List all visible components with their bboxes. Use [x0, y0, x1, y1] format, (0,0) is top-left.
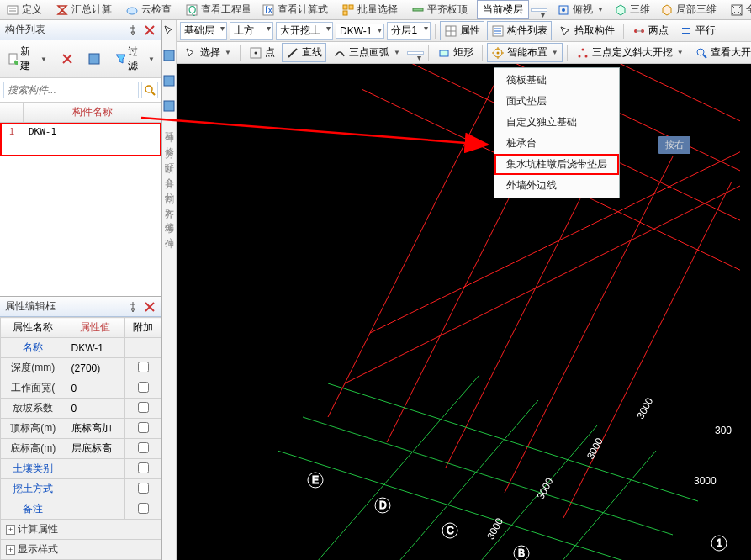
- prop-extra[interactable]: [125, 399, 161, 419]
- canvas-tooltip: 按右: [658, 136, 690, 154]
- dim-label: 3000: [484, 515, 505, 541]
- tab-current-floor[interactable]: 当前楼层: [477, 0, 529, 19]
- prop-extra[interactable]: [125, 419, 161, 439]
- btn-properties[interactable]: 属性: [440, 21, 484, 40]
- menu-item[interactable]: 面式垫层: [494, 91, 619, 112]
- btn-rect[interactable]: 矩形: [433, 43, 478, 62]
- btn-pick[interactable]: 拾取构件: [554, 21, 619, 40]
- prop-extra[interactable]: [125, 479, 161, 499]
- btn-3pt-slope[interactable]: 三点定义斜大开挖: [572, 43, 688, 62]
- pin-icon[interactable]: [126, 300, 140, 314]
- vtool-label[interactable]: 分割: [163, 185, 176, 188]
- vtool-label[interactable]: 偏移: [163, 215, 176, 219]
- dim-label: 3000: [535, 476, 556, 501]
- tb-flat[interactable]: 平齐板顶: [407, 0, 472, 19]
- combo-sub[interactable]: 分层1: [387, 22, 431, 40]
- arc-extra-combo[interactable]: [407, 51, 424, 55]
- prop-value[interactable]: DKW-1: [66, 338, 125, 358]
- vtool-label[interactable]: 修剪: [163, 140, 176, 143]
- axis-bubble: B: [518, 547, 525, 559]
- menu-item[interactable]: 集水坑柱墩后浇带垫层: [494, 154, 619, 175]
- menu-item[interactable]: 桩承台: [494, 133, 619, 154]
- prop-row[interactable]: 工作面宽(0: [1, 378, 161, 399]
- copy-button[interactable]: [84, 50, 104, 67]
- close-icon[interactable]: [143, 300, 156, 314]
- tb-local3d[interactable]: 局部三维: [656, 0, 721, 19]
- tb-define[interactable]: 定义: [2, 0, 46, 19]
- prop-expand-row[interactable]: 显示样式: [1, 540, 161, 560]
- list-row-1[interactable]: 1 DKW-1: [0, 123, 161, 156]
- dim-label: 300: [715, 425, 732, 436]
- tb-3d[interactable]: 三维: [610, 0, 654, 19]
- prop-value[interactable]: 底标高加: [66, 419, 125, 439]
- expand-icon[interactable]: [6, 543, 18, 555]
- prop-row[interactable]: 备注: [1, 499, 161, 520]
- vtool-label[interactable]: 拉伸: [163, 230, 176, 234]
- btn-parallel[interactable]: 平行: [675, 21, 720, 40]
- prop-value[interactable]: 0: [66, 378, 125, 399]
- vtool-icon[interactable]: [162, 49, 176, 62]
- tb-topview[interactable]: 俯视: [553, 0, 608, 19]
- vtool-icon[interactable]: [162, 99, 176, 113]
- btn-complist[interactable]: 构件列表: [487, 21, 552, 40]
- axis-bubble: E: [312, 474, 319, 486]
- prop-extra[interactable]: [125, 378, 161, 399]
- expand-icon[interactable]: [6, 523, 18, 535]
- prop-row[interactable]: 底标高(m)层底标高: [1, 439, 161, 459]
- combo-layer[interactable]: 基础层: [180, 22, 227, 40]
- hdr-name: 属性名称: [1, 318, 66, 338]
- prop-value[interactable]: 0: [66, 399, 125, 419]
- prop-extra[interactable]: [125, 439, 161, 459]
- tb-qty[interactable]: 查看工程量: [181, 0, 256, 19]
- prop-value[interactable]: (2700): [66, 358, 125, 378]
- tb-full[interactable]: 全屏: [726, 0, 751, 19]
- vtool-icon[interactable]: [162, 24, 176, 37]
- vtool-label[interactable]: 对齐: [163, 200, 176, 203]
- btn-line[interactable]: 直线: [282, 43, 326, 62]
- pin-icon[interactable]: [126, 24, 140, 37]
- floor-combo[interactable]: [531, 8, 547, 12]
- prop-extra[interactable]: [125, 459, 161, 479]
- delete-button[interactable]: [57, 50, 77, 67]
- menu-item[interactable]: 外墙外边线: [494, 175, 619, 196]
- prop-value[interactable]: 层底标高: [66, 439, 125, 459]
- prop-row[interactable]: 土壤类别: [1, 459, 161, 479]
- prop-row[interactable]: 名称DKW-1: [1, 338, 161, 358]
- menu-item[interactable]: 筏板基础: [494, 70, 619, 91]
- combo-cat[interactable]: 土方: [230, 22, 273, 40]
- vtool-label[interactable]: 合并: [163, 170, 176, 173]
- prop-extra[interactable]: [125, 358, 161, 378]
- search-input[interactable]: [3, 82, 139, 98]
- btn-point[interactable]: 点: [245, 43, 279, 62]
- prop-expand-row[interactable]: 计算属性: [1, 520, 161, 540]
- btn-2pt[interactable]: 两点: [628, 21, 673, 40]
- prop-value[interactable]: [66, 499, 125, 520]
- btn-smart-layout[interactable]: 智能布置: [487, 43, 563, 62]
- vtool-label[interactable]: 打断: [163, 155, 176, 158]
- prop-row[interactable]: 挖土方式: [1, 479, 161, 499]
- prop-extra[interactable]: [125, 499, 161, 520]
- tb-cloud[interactable]: 云检查: [121, 0, 176, 19]
- btn-view-big[interactable]: 查看大开挖底: [690, 43, 751, 62]
- prop-value[interactable]: [66, 479, 125, 499]
- prop-row[interactable]: 顶标高(m)底标高加: [1, 419, 161, 439]
- vtool-icon[interactable]: [162, 74, 176, 87]
- prop-row[interactable]: 放坡系数0: [1, 399, 161, 419]
- new-button[interactable]: 新建: [3, 43, 50, 75]
- prop-row[interactable]: 深度(mm)(2700): [1, 358, 161, 378]
- prop-value[interactable]: [66, 459, 125, 479]
- combo-comp[interactable]: DKW-1: [336, 24, 384, 39]
- btn-arc[interactable]: 三点画弧: [329, 43, 405, 62]
- btn-select[interactable]: 选择: [180, 43, 235, 62]
- filter-button[interactable]: 过滤: [111, 43, 158, 75]
- combo-type[interactable]: 大开挖土: [276, 22, 333, 40]
- drawing-canvas[interactable]: 3000 3000 3000 3000 300 3000 E D C B 1 按…: [177, 64, 751, 560]
- vtool-label[interactable]: 延伸: [163, 124, 176, 128]
- tb-sum[interactable]: 汇总计算: [51, 0, 116, 19]
- tb-calc[interactable]: 查看计算式: [257, 0, 332, 19]
- menu-item[interactable]: 自定义独立基础: [494, 112, 619, 133]
- tb-batch[interactable]: 批量选择: [337, 0, 402, 19]
- prop-extra[interactable]: [125, 338, 161, 358]
- close-icon[interactable]: [143, 24, 156, 37]
- search-go[interactable]: [141, 82, 158, 98]
